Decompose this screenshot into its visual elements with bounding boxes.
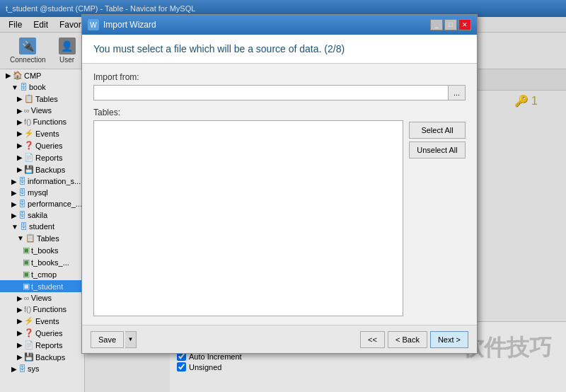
save-button[interactable]: Save xyxy=(91,331,124,348)
footer-right: << < Back Next > xyxy=(360,331,468,348)
unselect-all-button[interactable]: Unselect All xyxy=(409,142,466,158)
dialog-titlebar: W Import Wizard _ □ ✕ xyxy=(82,15,477,35)
maximize-button[interactable]: □ xyxy=(444,19,457,30)
dialog-body: Import from: ... Tables: Select All Unse… xyxy=(82,64,477,325)
dialog-banner-text: You must select a file which will be a s… xyxy=(93,43,345,54)
next-button[interactable]: Next > xyxy=(430,331,468,348)
dialog-footer: Save ▼ << < Back Next > xyxy=(82,325,477,353)
start-button[interactable]: << xyxy=(360,331,385,348)
save-dropdown[interactable]: ▼ xyxy=(125,331,137,348)
dialog-controls: _ □ ✕ xyxy=(430,19,471,30)
import-from-label: Import from: xyxy=(93,72,466,82)
tables-section: Select All Unselect All xyxy=(93,120,466,316)
close-button[interactable]: ✕ xyxy=(458,19,471,30)
import-wizard-dialog: W Import Wizard _ □ ✕ You must select a … xyxy=(81,14,478,354)
tables-buttons: Select All Unselect All xyxy=(409,120,466,316)
tables-label: Tables: xyxy=(93,108,466,117)
minimize-button[interactable]: _ xyxy=(430,19,443,30)
import-from-input[interactable] xyxy=(93,85,449,100)
import-from-row: ... xyxy=(93,85,466,100)
back-button[interactable]: < Back xyxy=(388,331,427,348)
wizard-icon: W xyxy=(88,19,99,30)
dialog-banner: You must select a file which will be a s… xyxy=(82,35,477,64)
dialog-title: Import Wizard xyxy=(103,20,430,30)
tables-list[interactable] xyxy=(93,120,403,316)
browse-button[interactable]: ... xyxy=(449,85,466,100)
footer-left: Save ▼ xyxy=(91,331,137,348)
select-all-button[interactable]: Select All xyxy=(409,122,466,139)
